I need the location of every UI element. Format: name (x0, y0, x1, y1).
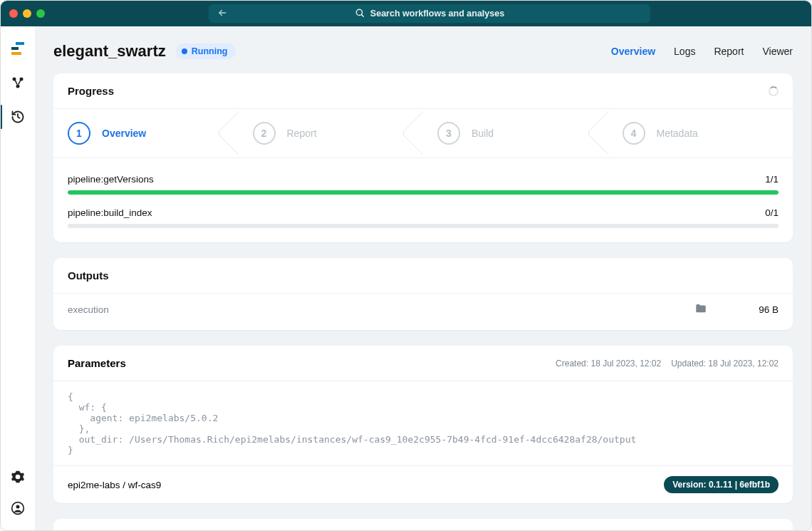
step-label: Overview (102, 128, 146, 139)
outputs-card: Outputs execution 96 B (53, 258, 793, 330)
parameters-created: Created: 18 Jul 2023, 12:02 (556, 359, 661, 368)
search-placeholder: Search workflows and analyses (370, 9, 504, 19)
sidebar (1, 26, 35, 530)
step-number: 2 (253, 122, 276, 145)
history-icon (11, 110, 25, 124)
step-number: 3 (437, 122, 460, 145)
sidebar-item-history[interactable] (10, 109, 26, 125)
svg-point-7 (16, 505, 20, 508)
sidebar-item-workflows[interactable] (10, 75, 26, 91)
maximize-window-button[interactable] (36, 9, 45, 18)
version-badge: Version: 0.1.11 | 6efbf1b (664, 476, 779, 493)
output-size: 96 B (736, 304, 779, 315)
tab-logs[interactable]: Logs (674, 46, 695, 57)
folder-icon (694, 302, 707, 317)
gear-icon (11, 470, 25, 484)
network-icon (11, 76, 25, 90)
step-report[interactable]: 2 Report (239, 109, 424, 158)
progress-bar (68, 224, 779, 228)
window-controls (9, 9, 45, 18)
progress-card: Progress 1 Overview 2 Report 3 Build 4 (53, 73, 793, 242)
search-box[interactable]: Search workflows and analyses (209, 4, 650, 23)
page-title: elegant_swartz (53, 42, 166, 61)
step-label: Build (472, 128, 494, 139)
parameters-code: { wf: { agent: epi2melabs/5.0.2 }, out_d… (53, 381, 793, 465)
status-badge: Running (176, 43, 236, 59)
task-name: pipeline:build_index (68, 207, 152, 218)
parameters-repo: epi2me-labs / wf-cas9 (68, 480, 161, 490)
output-row[interactable]: execution 96 B (68, 302, 779, 317)
step-number: 1 (68, 122, 90, 145)
step-metadata[interactable]: 4 Metadata (608, 109, 793, 158)
step-build[interactable]: 3 Build (423, 109, 608, 158)
task-count: 0/1 (765, 207, 779, 218)
svg-line-2 (361, 14, 363, 16)
step-number: 4 (623, 122, 645, 145)
main-scroll-area[interactable]: elegant_swartz Running Overview Logs Rep… (35, 26, 811, 530)
titlebar: Search workflows and analyses (1, 1, 811, 26)
step-label: Report (287, 128, 317, 139)
close-window-button[interactable] (9, 9, 18, 18)
stop-analysis-card[interactable]: Stop analysis (53, 519, 793, 530)
sidebar-item-account[interactable] (10, 500, 26, 516)
task-count: 1/1 (765, 174, 779, 185)
progress-stepper: 1 Overview 2 Report 3 Build 4 Metadata (53, 108, 793, 158)
progress-tasks: pipeline:getVersions 1/1 pipeline:build_… (53, 158, 793, 242)
progress-heading: Progress (68, 85, 114, 97)
parameters-updated: Updated: 18 Jul 2023, 12:02 (671, 359, 779, 368)
step-overview[interactable]: 1 Overview (53, 109, 239, 158)
search-icon (355, 8, 365, 20)
progress-bar (68, 190, 779, 195)
page-header: elegant_swartz Running Overview Logs Rep… (53, 42, 793, 61)
page-tabs: Overview Logs Report Viewer (611, 46, 793, 57)
user-icon (11, 501, 25, 515)
back-icon[interactable] (217, 8, 227, 20)
step-label: Metadata (657, 128, 698, 139)
progress-row: pipeline:getVersions 1/1 (68, 174, 779, 195)
sidebar-item-settings[interactable] (10, 469, 26, 485)
tab-overview[interactable]: Overview (611, 46, 655, 57)
minimize-window-button[interactable] (23, 9, 31, 18)
tab-viewer[interactable]: Viewer (762, 46, 793, 57)
task-name: pipeline:getVersions (68, 174, 154, 185)
outputs-heading: Outputs (68, 269, 109, 282)
output-name: execution (68, 304, 694, 315)
tab-report[interactable]: Report (714, 46, 744, 57)
logo[interactable] (10, 41, 26, 56)
parameters-card: Parameters Created: 18 Jul 2023, 12:02 U… (53, 346, 793, 503)
progress-row: pipeline:build_index 0/1 (68, 207, 779, 228)
parameters-heading: Parameters (68, 357, 126, 369)
spinner-icon (769, 86, 779, 96)
svg-point-5 (16, 85, 20, 88)
logo-icon (11, 42, 24, 55)
